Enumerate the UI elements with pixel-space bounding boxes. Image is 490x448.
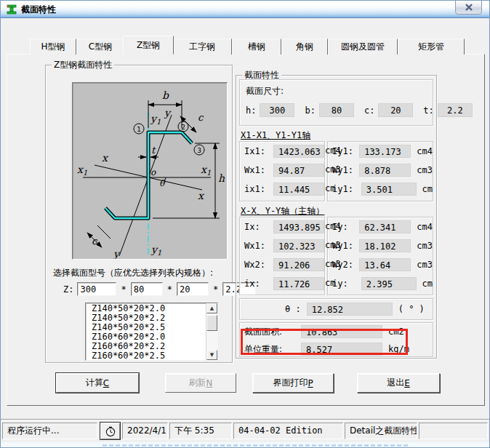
prop-unit: cm3 — [417, 241, 433, 251]
tab-i-steel[interactable]: 工字钢 — [172, 39, 232, 55]
tab-round-pipe[interactable]: 圆钢及圆管 — [328, 39, 398, 55]
size-b-value: 80 — [319, 103, 354, 117]
axis1-right-panel: Iy1:133.173cm4 Wy1:8.878cm3 iy1:3.501cm — [327, 141, 433, 201]
prop-label: ix1: — [244, 184, 273, 194]
point-1-marker: 1 — [137, 126, 141, 133]
list-item[interactable]: Z160*60*20*2.5 — [92, 351, 206, 360]
tab-z-steel[interactable]: Z型钢 — [123, 36, 174, 55]
size-input-row: Z: * * * — [63, 282, 256, 296]
axis-y1-bottom-label: y1 — [150, 244, 161, 257]
dim-h-label: h — [218, 172, 225, 184]
theta-label: θ — [159, 178, 166, 188]
tab-c-steel[interactable]: C型钢 — [76, 39, 124, 55]
prop-value: 8.878 — [359, 164, 411, 177]
prop-unit: cm3 — [325, 259, 341, 269]
select-size-label: 选择截面型号（应优先选择列表内规格）: — [53, 267, 213, 279]
arrow-down-icon: ▼ — [210, 352, 214, 358]
print-button[interactable]: 界面打印P — [252, 373, 334, 393]
section-properties-group: 截面特性 截面尺寸: h: 300 b: 80 c: 20 t: 2.2 X1-… — [236, 75, 437, 359]
print-button-mnemonic: P — [308, 378, 313, 388]
z-section-diagram: b h c c t — [72, 82, 228, 260]
size-h-label: h: — [246, 105, 256, 116]
prop-label: Wx1: — [244, 165, 273, 175]
calc-button[interactable]: 计算C — [56, 373, 139, 393]
calc-button-mnemonic: C — [103, 378, 109, 388]
size-t-label: t: — [423, 105, 433, 116]
prop-value: 18.102 — [359, 239, 411, 252]
weight-unit: kg/m — [388, 344, 409, 354]
status-time: 下午 5:35 — [169, 423, 232, 439]
prop-unit: cm — [422, 279, 433, 289]
dim-t-label: t — [151, 145, 156, 156]
prop-unit: cm3 — [325, 164, 341, 175]
axis-x-upper-label: x — [102, 152, 109, 164]
axis-y1-top-label: y1 — [150, 113, 161, 126]
separator-star: * — [213, 284, 218, 295]
prop-value: 3.501 — [361, 183, 417, 196]
refresh-button-mnemonic: N — [206, 378, 213, 388]
size-c-label: c: — [364, 105, 374, 116]
prop-value: 133.173 — [359, 145, 411, 158]
axis2-right-panel: Iy:62.341cm4 Wy1:18.102cm3 Wy2:13.64cm3 … — [327, 217, 433, 295]
size-panel: 截面尺寸: h: 300 b: 80 c: 20 t: 2.2 — [239, 79, 433, 126]
tab-channel-steel[interactable]: 槽钢 — [232, 39, 281, 55]
refresh-button[interactable]: 刷新N — [165, 373, 236, 393]
ibeam-app-icon — [6, 4, 17, 15]
exit-button[interactable]: 退出E — [357, 373, 440, 393]
weight-label: 单位重量: — [244, 343, 301, 356]
axis-y-bottom-label: y — [113, 248, 121, 259]
list-scrollbar[interactable]: ▲ ▼ — [206, 303, 217, 360]
separator-star: * — [121, 284, 126, 295]
size-list: Z140*50*20*2.0 Z140*50*20*2.2 Z140*50*20… — [86, 303, 206, 360]
close-button[interactable] — [455, 0, 482, 15]
scroll-down-button[interactable]: ▼ — [206, 350, 217, 360]
prop-value: 62.341 — [359, 220, 411, 233]
axis2-left-units: cm4 cm3 cm3 cm — [302, 217, 326, 292]
tab-h-steel[interactable]: H型钢 — [30, 39, 76, 55]
dim-c-top-label: c — [198, 112, 204, 123]
point-2-marker: 2 — [181, 124, 185, 131]
point-3-marker: 3 — [197, 147, 201, 154]
title-bar: 截面特性 — [1, 1, 489, 18]
tab-page: Z型钢截面特性 — [7, 54, 485, 406]
tab-rect-pipe[interactable]: 矩形管 — [398, 39, 465, 55]
size-b-label: b: — [305, 105, 315, 116]
area-value: 10.863 — [301, 325, 382, 338]
print-button-label: 界面打印 — [273, 377, 308, 389]
tab-angle-steel[interactable]: 角钢 — [281, 39, 328, 55]
area-unit: cm2 — [388, 327, 404, 337]
axis-x1-left-label: x1 — [77, 164, 87, 177]
section-properties-group-title: 截面特性 — [242, 70, 281, 80]
refresh-button-label: 刷新 — [189, 377, 206, 389]
scroll-track[interactable] — [206, 313, 217, 350]
bottom-edge-strip — [1, 442, 490, 448]
dim-b-label: b — [162, 89, 169, 101]
z-section-group: Z型钢截面特性 — [45, 65, 233, 363]
input-h[interactable] — [77, 282, 116, 296]
origin-label: o — [150, 167, 156, 177]
scroll-thumb[interactable] — [206, 315, 217, 331]
prop-unit: cm3 — [417, 260, 433, 270]
status-edition: 04-04-02 Edition — [233, 423, 343, 439]
prop-unit: cm — [325, 183, 335, 193]
size-listbox: Z140*50*20*2.0 Z140*50*20*2.2 Z140*50*20… — [85, 303, 218, 361]
status-caption: Detail之截面特性 — [345, 423, 417, 439]
exit-button-label: 退出 — [387, 377, 404, 389]
prop-label: Ix1: — [244, 146, 273, 156]
axis1-title: X1-X1、Y1-Y1轴 — [241, 129, 310, 142]
input-c[interactable] — [177, 282, 209, 296]
size-t-value: 2.2 — [438, 103, 473, 117]
weight-value: 8.527 — [301, 343, 382, 356]
theta-panel: θ : 12.852 ( ° ) — [239, 298, 433, 320]
axis1-left-units: cm4 cm3 cm — [302, 141, 326, 198]
theta-unit: ( ° ) — [398, 304, 425, 314]
prop-unit: cm3 — [417, 165, 433, 175]
prop-unit: cm4 — [417, 222, 433, 232]
input-b[interactable] — [131, 282, 163, 296]
prop-unit: cm — [422, 184, 433, 194]
size-label: 截面尺寸: — [246, 85, 284, 97]
axis-x-lower-label: x — [198, 190, 205, 201]
window-title: 截面特性 — [21, 4, 56, 16]
section-type-tabs: H型钢 C型钢 Z型钢 工字钢 槽钢 角钢 圆钢及圆管 矩形管 — [30, 36, 465, 55]
scroll-up-button[interactable]: ▲ — [206, 303, 217, 313]
